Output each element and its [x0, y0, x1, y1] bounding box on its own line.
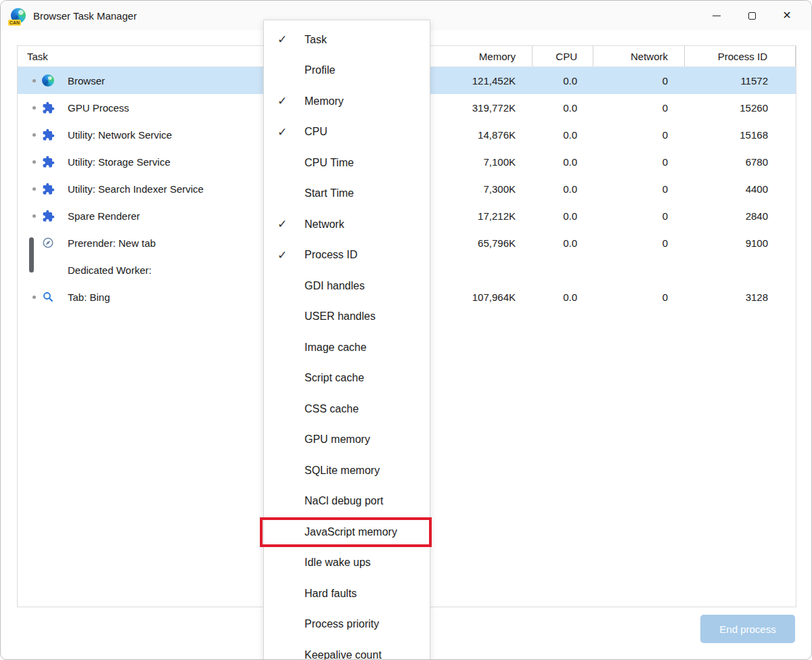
- menu-item-label: Network: [304, 218, 344, 231]
- menu-item[interactable]: ✓ Memory: [264, 86, 430, 117]
- task-label: Browser: [68, 75, 105, 87]
- memory-value: 121,452K: [430, 67, 532, 94]
- search-icon: [42, 291, 62, 303]
- menu-item-label: JavaScript memory: [304, 526, 397, 538]
- row-bullet: [26, 79, 42, 82]
- pid-value: 11572: [684, 67, 796, 94]
- menu-item[interactable]: GDI handles: [264, 270, 430, 302]
- task-label: Utility: Search Indexer Service: [68, 183, 204, 195]
- menu-item[interactable]: Process priority: [264, 609, 430, 640]
- menu-item[interactable]: NaCl debug port: [264, 486, 430, 517]
- pid-value: [684, 256, 796, 283]
- menu-item[interactable]: ✓ Task: [264, 24, 430, 55]
- column-label: Task: [27, 51, 48, 62]
- menu-item[interactable]: ✓ Network: [264, 209, 430, 240]
- task-label: Spare Renderer: [68, 210, 140, 222]
- column-label: Network: [631, 51, 668, 62]
- column-header[interactable]: Memory: [430, 46, 532, 66]
- menu-item[interactable]: Keepalive count: [264, 640, 430, 660]
- network-value: 0: [593, 202, 684, 229]
- column-header[interactable]: CPU: [532, 46, 593, 66]
- menu-item[interactable]: USER handles: [264, 302, 430, 333]
- window-controls: ✕: [699, 1, 805, 30]
- app-icon: CAN: [10, 7, 26, 24]
- column-label: Process ID: [718, 51, 767, 62]
- menu-item[interactable]: Image cache: [264, 332, 430, 363]
- menu-item[interactable]: SQLite memory: [264, 455, 430, 486]
- cpu-value: 0.0: [532, 283, 593, 310]
- network-value: 0: [593, 121, 684, 148]
- pid-value: 15168: [684, 121, 796, 148]
- task-label: Prerender: New tab: [68, 237, 156, 249]
- menu-item[interactable]: Start Time: [264, 179, 430, 210]
- menu-item-label: Start Time: [304, 187, 354, 199]
- menu-item-label: GDI handles: [304, 280, 365, 292]
- column-context-menu: ✓ Task Profile ✓ Memory ✓ CPU CPU Time S…: [263, 20, 430, 660]
- puzzle-icon: [42, 210, 62, 222]
- menu-item-label: Keepalive count: [304, 649, 382, 660]
- column-header[interactable]: Network: [593, 46, 684, 66]
- maximize-icon: [748, 12, 756, 20]
- close-button[interactable]: ✕: [769, 3, 805, 28]
- checkmark-icon: ✓: [277, 125, 295, 139]
- memory-value: 107,964K: [430, 283, 532, 310]
- memory-value: 14,876K: [430, 121, 532, 148]
- network-value: 0: [593, 175, 684, 202]
- window-title: Browser Task Manager: [33, 10, 137, 22]
- app-icon-badge: CAN: [8, 20, 21, 26]
- row-bullet: [26, 133, 42, 137]
- cpu-value: 0.0: [532, 229, 593, 256]
- menu-item[interactable]: JavaScript memory: [264, 517, 430, 548]
- minimize-button[interactable]: [699, 3, 734, 28]
- end-process-button[interactable]: End process: [700, 615, 795, 643]
- group-indicator: [29, 237, 34, 273]
- maximize-button[interactable]: [734, 3, 769, 28]
- row-bullet: [26, 296, 42, 299]
- cpu-value: 0.0: [532, 175, 593, 202]
- menu-item-label: CPU Time: [304, 157, 354, 169]
- task-label: Tab: Bing: [68, 291, 110, 303]
- pid-value: 15260: [684, 94, 796, 121]
- menu-item-label: Script cache: [304, 372, 364, 384]
- menu-item[interactable]: CSS cache: [264, 394, 430, 425]
- menu-item[interactable]: ✓ Process ID: [264, 240, 430, 271]
- menu-item[interactable]: GPU memory: [264, 425, 430, 456]
- menu-item-label: Task: [304, 34, 327, 46]
- task-label: Utility: Network Service: [68, 129, 172, 141]
- checkmark-icon: ✓: [277, 217, 295, 231]
- menu-item-label: Process ID: [304, 249, 357, 261]
- network-value: 0: [593, 67, 684, 94]
- checkmark-icon: ✓: [277, 94, 295, 108]
- checkmark-icon: ✓: [277, 32, 295, 47]
- menu-item[interactable]: ✓ CPU: [264, 117, 430, 148]
- cpu-value: 0.0: [532, 94, 593, 121]
- memory-value: 319,772K: [430, 94, 532, 121]
- task-label: Utility: Storage Service: [68, 156, 171, 168]
- menu-item[interactable]: Profile: [264, 55, 430, 87]
- column-header[interactable]: Process ID: [684, 46, 796, 66]
- network-value: 0: [593, 94, 684, 121]
- menu-item[interactable]: Idle wake ups: [264, 548, 430, 579]
- close-icon: ✕: [782, 10, 791, 21]
- menu-item-label: Process priority: [304, 618, 379, 630]
- menu-item-label: CSS cache: [304, 403, 359, 415]
- puzzle-icon: [42, 183, 62, 195]
- cpu-value: 0.0: [532, 67, 593, 94]
- cpu-value: 0.0: [532, 202, 593, 229]
- puzzle-icon: [42, 156, 62, 168]
- row-bullet: [26, 160, 42, 164]
- cpu-value: 0.0: [532, 148, 593, 175]
- menu-item-label: NaCl debug port: [304, 495, 384, 507]
- menu-item[interactable]: Hard faults: [264, 578, 430, 609]
- browser-task-manager-window: CAN Browser Task Manager ✕ Task Memory C…: [0, 0, 812, 660]
- menu-item-label: USER handles: [304, 310, 376, 323]
- menu-item[interactable]: CPU Time: [264, 147, 430, 179]
- menu-item-label: Image cache: [304, 341, 367, 354]
- network-value: 0: [593, 148, 684, 175]
- minimize-icon: [713, 16, 721, 16]
- pid-value: 6780: [684, 148, 796, 175]
- pid-value: 2840: [684, 202, 796, 229]
- puzzle-icon: [42, 101, 62, 114]
- menu-item[interactable]: Script cache: [264, 363, 430, 394]
- network-value: [593, 256, 684, 283]
